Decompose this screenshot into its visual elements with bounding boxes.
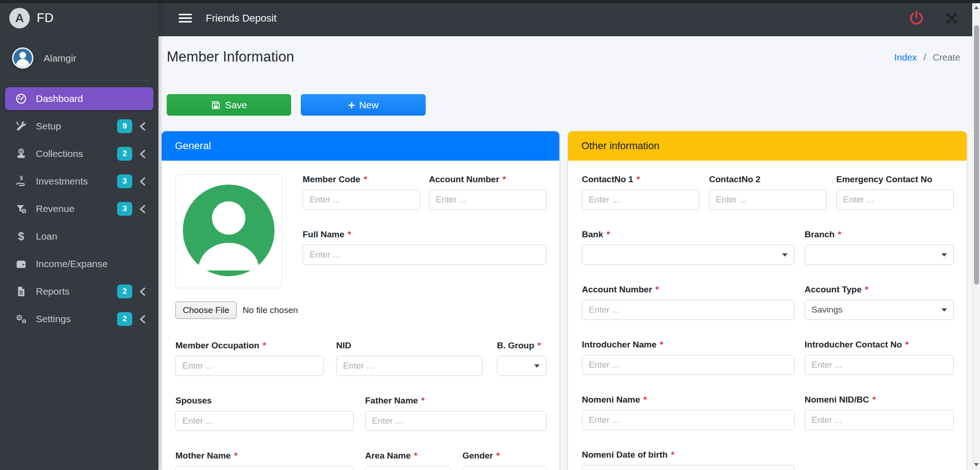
sidebar-item-investments[interactable]: $Investments3 xyxy=(5,170,153,193)
introducher-contact-field: Introducher Contact No * xyxy=(805,340,954,375)
new-button[interactable]: + New xyxy=(301,94,426,116)
badge-count: 9 xyxy=(117,119,132,133)
chevron-left-icon xyxy=(139,122,146,131)
father-name-input[interactable] xyxy=(365,411,546,431)
svg-text:A: A xyxy=(15,11,24,24)
top-navbar: Friends Deposit xyxy=(158,0,980,36)
other-panel-header: Other information xyxy=(568,131,967,161)
breadcrumb-current: Create xyxy=(933,52,960,62)
scroll-down-icon[interactable] xyxy=(973,460,980,469)
sidebar-item-collections[interactable]: $Collections2 xyxy=(5,142,153,165)
app-logo-icon: A xyxy=(9,7,30,29)
badge-count: 3 xyxy=(117,174,132,188)
dollar-sign-icon: $ xyxy=(14,230,28,242)
sidebar-item-setup[interactable]: Setup9 xyxy=(5,115,153,138)
sidebar-item-label: Reports xyxy=(36,286,70,297)
brand-name: FD xyxy=(37,11,54,25)
bank-account-number-field: Account Number * xyxy=(582,285,794,320)
contact-no-1-input[interactable] xyxy=(582,190,699,210)
user-avatar[interactable] xyxy=(12,47,34,69)
required-asterisk: * xyxy=(862,285,868,294)
caret-down-icon xyxy=(941,253,947,257)
scrollbar-thumb[interactable] xyxy=(974,25,979,285)
brand[interactable]: A FD xyxy=(0,0,158,37)
breadcrumb-index-link[interactable]: Index xyxy=(894,52,917,62)
required-asterisk: * xyxy=(835,229,841,239)
nomeni-name-label: Nomeni Name * xyxy=(582,395,794,405)
introducher-contact-no-input[interactable] xyxy=(805,355,954,375)
sidebar-item-loan[interactable]: $Loan xyxy=(5,225,153,248)
mother-name-input[interactable] xyxy=(175,466,354,470)
vertical-scrollbar[interactable] xyxy=(972,0,980,470)
bank-field: Bank * xyxy=(582,229,794,265)
member-photo-preview xyxy=(175,174,282,288)
nomeni-nid-bc-input[interactable] xyxy=(805,410,954,430)
sidebar-item-label: Setup xyxy=(36,121,61,132)
sidebar-item-dashboard[interactable]: Dashboard xyxy=(5,87,153,110)
required-asterisk: * xyxy=(634,174,640,184)
hand-holding-usd-icon: $ xyxy=(14,175,28,187)
branch-label: Branch * xyxy=(805,229,954,240)
chevron-left-icon xyxy=(139,287,146,296)
caret-down-icon xyxy=(941,308,947,312)
contact-no-2-input[interactable] xyxy=(709,190,827,210)
svg-text:$: $ xyxy=(23,209,25,213)
sidebar-item-income-expanse[interactable]: Income/Expanse xyxy=(5,252,153,275)
blood-group-field: B. Group * xyxy=(497,341,546,376)
sidebar-item-label: Income/Expanse xyxy=(36,258,107,269)
full-name-input[interactable] xyxy=(303,245,546,265)
app-title: Friends Deposit xyxy=(206,12,276,24)
power-icon[interactable] xyxy=(908,10,924,26)
gender-select[interactable] xyxy=(462,466,546,470)
badge-count: 2 xyxy=(117,312,132,326)
required-asterisk: * xyxy=(500,174,506,184)
expand-arrows-icon[interactable] xyxy=(945,11,959,25)
required-asterisk: * xyxy=(345,229,351,239)
sidebar-item-revenue[interactable]: $Revenue3 xyxy=(5,197,153,220)
contact-no-2-label: ContactNo 2 xyxy=(709,174,827,185)
b-group-select[interactable] xyxy=(497,356,546,376)
emergency-contact-no-label: Emergency Contact No xyxy=(836,174,954,185)
member-occupation-label: Member Occupation * xyxy=(175,341,324,351)
scroll-up-icon[interactable] xyxy=(973,3,980,12)
introducher-name-input[interactable] xyxy=(582,355,794,375)
caret-down-icon xyxy=(782,253,788,257)
required-asterisk: * xyxy=(260,341,266,350)
nid-input[interactable] xyxy=(336,356,483,376)
member-code-field: Member Code * xyxy=(303,174,420,210)
member-occupation-input[interactable] xyxy=(175,356,324,376)
sidebar-item-label: Collections xyxy=(36,148,83,159)
required-asterisk: * xyxy=(903,340,909,349)
branch-select[interactable] xyxy=(805,245,954,265)
sidebar-item-settings[interactable]: Settings2 xyxy=(5,308,153,330)
member-code-input[interactable] xyxy=(303,190,420,210)
bank-select[interactable] xyxy=(582,245,794,265)
account-number-input[interactable] xyxy=(429,190,546,210)
nomeni-date-of-birth-input[interactable] xyxy=(582,465,794,470)
nomeni-name-input[interactable] xyxy=(582,410,794,430)
user-name[interactable]: Alamgir xyxy=(44,53,76,64)
sidebar-item-reports[interactable]: Reports2 xyxy=(5,280,153,303)
breadcrumb: Index / Create xyxy=(894,52,960,63)
contact-no-1-field: ContactNo 1 * xyxy=(582,174,699,210)
user-placeholder-icon xyxy=(181,183,276,280)
sidebar-item-label: Loan xyxy=(36,231,57,242)
area-name-input[interactable] xyxy=(365,466,451,470)
account-type-select[interactable]: Savings xyxy=(805,300,954,320)
hamburger-menu-icon[interactable] xyxy=(177,11,194,25)
chevron-left-icon xyxy=(139,205,146,213)
cogs-icon xyxy=(14,313,28,325)
emergency-contact-no-input[interactable] xyxy=(836,190,954,210)
choose-file-button[interactable]: Choose File xyxy=(175,302,237,319)
tachometer-icon xyxy=(14,93,28,105)
badge-count: 2 xyxy=(117,147,132,161)
nomeni-nid-bc-field: Nomeni NID/BC * xyxy=(805,395,954,430)
required-asterisk: * xyxy=(231,451,237,460)
mother-name-label: Mother Name * xyxy=(175,451,354,461)
account-number-input[interactable] xyxy=(582,300,794,320)
save-button[interactable]: Save xyxy=(167,94,291,116)
nid-label: NID xyxy=(336,341,483,351)
spouses-input[interactable] xyxy=(175,411,354,431)
window-top-edge xyxy=(0,0,980,3)
bank-label: Bank * xyxy=(582,229,794,240)
